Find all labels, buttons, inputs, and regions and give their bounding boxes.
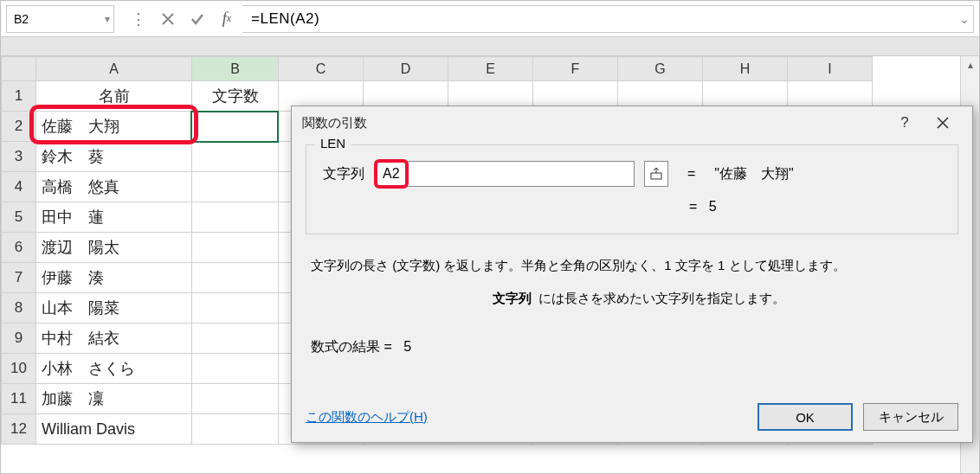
cell[interactable]: 文字数 [192,81,279,112]
cell[interactable] [192,414,279,445]
cell[interactable]: 名前 [36,81,192,112]
cancel-button[interactable]: キャンセル [863,403,958,431]
col-header-I[interactable]: I [788,57,873,81]
close-button[interactable] [924,107,962,138]
cell[interactable]: 田中 蓮 [36,202,192,233]
desc-arg-text: には長さを求めたい文字列を指定します。 [538,291,785,305]
scroll-up-icon[interactable]: ▴ [961,56,979,74]
cell[interactable]: 加藤 凜 [36,384,192,414]
col-header-C[interactable]: C [279,57,364,81]
equals-sign: = [687,166,695,182]
formula-result-value: 5 [403,339,411,354]
ok-button[interactable]: OK [758,403,853,431]
cell[interactable] [192,384,279,414]
annotation-highlight-arg1: A2 [374,159,409,189]
help-button[interactable]: ? [886,107,924,138]
fx-button[interactable]: fx [213,5,241,33]
col-header-G[interactable]: G [618,57,703,81]
range-select-icon [650,168,662,180]
cell[interactable] [192,172,279,202]
col-header-B[interactable]: B [192,57,279,81]
cell[interactable]: 高橋 悠真 [36,172,192,202]
desc-arg-name: 文字列 [493,291,532,305]
function-description: 文字列の長さ (文字数) を返します。半角と全角の区別なく、1 文字を 1 とし… [306,255,958,309]
row-header[interactable]: 6 [2,233,36,263]
cell[interactable] [192,112,279,142]
fb-more-icon[interactable]: ⋮ [125,5,152,33]
function-arguments-dialog: 関数の引数 ? LEN 文字列 A2 [291,106,973,443]
cell[interactable]: 渡辺 陽太 [36,233,192,263]
col-header-E[interactable]: E [448,57,533,81]
svg-rect-0 [651,173,661,179]
row-header[interactable]: 1 [2,81,36,112]
equals-sign-2: = [689,199,705,214]
cell[interactable] [192,293,279,323]
row-header[interactable]: 5 [2,202,36,233]
formula-input[interactable]: =LEN(A2) [242,5,974,33]
cell[interactable] [192,202,279,233]
row-header[interactable]: 8 [2,293,36,323]
cell[interactable] [192,354,279,384]
row-header[interactable]: 12 [2,414,36,445]
formula-bar: B2 ▾ ⋮ fx =LEN(A2) ⌄ [1,1,979,37]
dialog-title-text: 関数の引数 [302,115,367,131]
cell[interactable] [192,323,279,354]
col-header-H[interactable]: H [703,57,788,81]
name-box-value: B2 [14,12,29,26]
formula-text: =LEN(A2) [251,10,319,28]
row-header[interactable]: 2 [2,112,36,142]
dialog-titlebar[interactable]: 関数の引数 ? [292,106,972,139]
cell[interactable]: 伊藤 湊 [36,263,192,293]
row-header[interactable]: 10 [2,354,36,384]
row-header[interactable]: 11 [2,384,36,414]
arg1-evaluated: "佐藤 大翔" [714,165,793,183]
col-header-D[interactable]: D [364,57,448,81]
arguments-group: LEN 文字列 A2 = "佐藤 大翔" = [306,144,958,234]
chevron-down-icon[interactable]: ▾ [105,13,110,25]
cell[interactable] [192,263,279,293]
x-icon [161,12,175,26]
check-icon [190,12,204,26]
collapse-dialog-button[interactable] [644,161,668,187]
function-help-link[interactable]: この関数のヘルプ(H) [306,409,428,426]
cell[interactable]: 中村 結衣 [36,323,192,354]
col-header-A[interactable]: A [36,57,192,81]
ribbon-collapse-strip [1,37,979,56]
cell[interactable] [192,233,279,263]
col-header-F[interactable]: F [533,57,618,81]
formula-result-label: 数式の結果 = [311,339,392,354]
desc-line-1: 文字列の長さ (文字数) を返します。半角と全角の区別なく、1 文字を 1 とし… [311,255,953,276]
expand-formula-bar-button[interactable]: ⌄ [955,8,974,30]
cell[interactable] [192,142,279,172]
arg1-value: A2 [383,166,400,182]
cell[interactable]: 鈴木 葵 [36,142,192,172]
row-header[interactable]: 7 [2,263,36,293]
select-all-corner[interactable] [2,57,36,81]
name-box[interactable]: B2 ▾ [6,5,114,33]
row-header[interactable]: 3 [2,142,36,172]
confirm-formula-button[interactable] [184,5,211,33]
fn-result-preview: 5 [709,199,717,214]
arg1-label: 文字列 [317,165,364,183]
arg1-input[interactable]: A2 [375,161,635,187]
cell[interactable]: 山本 陽菜 [36,293,192,323]
cell[interactable]: William Davis [36,414,192,445]
cell[interactable]: 佐藤 大翔 [36,112,192,142]
row-header[interactable]: 9 [2,323,36,354]
row-header[interactable]: 4 [2,172,36,202]
column-header-row: A B C D E F G H I [2,57,873,81]
close-icon [937,117,949,129]
function-name-label: LEN [315,136,351,151]
cell[interactable]: 小林 さくら [36,354,192,384]
cancel-formula-button[interactable] [154,5,182,33]
